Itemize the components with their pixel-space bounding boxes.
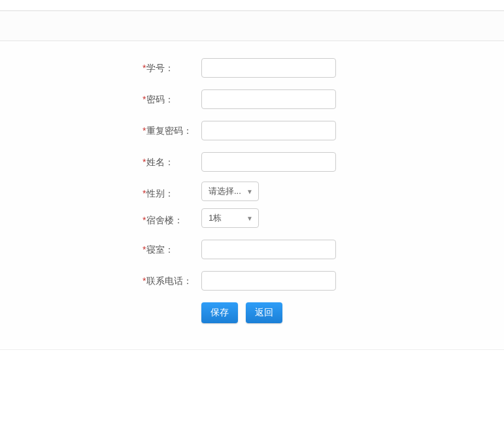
input-student-id[interactable]: [201, 58, 336, 78]
required-asterisk: *: [143, 125, 146, 136]
select-gender[interactable]: 请选择... ▼: [201, 182, 259, 201]
back-button[interactable]: 返回: [246, 302, 282, 323]
chevron-down-icon: ▼: [246, 188, 253, 195]
required-asterisk: *: [143, 244, 146, 255]
label-phone: *联系电话：: [143, 271, 201, 287]
row-name: *姓名：: [0, 152, 504, 172]
form-container: *学号： *密码： *重复密码： *姓名： *性别： 请选择... ▼ *宿舍楼…: [0, 41, 504, 350]
select-dormitory-building-text: 1栋: [209, 212, 222, 224]
row-dorm-room: *寝室：: [0, 240, 504, 259]
chevron-down-icon: ▼: [246, 215, 253, 222]
input-name[interactable]: [201, 152, 336, 172]
row-gender: *性别： 请选择... ▼: [0, 183, 504, 201]
label-password-confirm: *重复密码：: [143, 121, 201, 137]
required-asterisk: *: [143, 276, 146, 286]
label-gender: *性别：: [143, 183, 201, 200]
label-student-id: *学号：: [143, 58, 201, 74]
required-asterisk: *: [143, 63, 146, 73]
save-button[interactable]: 保存: [201, 302, 238, 323]
input-dorm-room[interactable]: [201, 240, 336, 259]
select-gender-text: 请选择...: [209, 185, 241, 197]
label-dorm-room: *寝室：: [143, 240, 201, 256]
toolbar-area: [0, 11, 504, 41]
required-asterisk: *: [143, 94, 146, 104]
input-password-confirm[interactable]: [201, 121, 336, 140]
input-password[interactable]: [201, 89, 336, 109]
required-asterisk: *: [143, 215, 146, 225]
input-phone[interactable]: [201, 271, 336, 291]
label-password: *密码：: [143, 89, 201, 106]
row-dormitory-building: *宿舍楼： 1栋 ▼: [0, 210, 504, 228]
row-student-id: *学号：: [0, 58, 504, 78]
label-name: *姓名：: [143, 152, 201, 168]
label-dormitory-building: *宿舍楼：: [143, 210, 201, 227]
row-password-confirm: *重复密码：: [0, 121, 504, 140]
select-dormitory-building[interactable]: 1栋 ▼: [201, 208, 259, 228]
required-asterisk: *: [143, 157, 146, 167]
row-password: *密码：: [0, 89, 504, 109]
button-row: 保存 返回: [0, 302, 504, 323]
top-border-bar: [0, 0, 504, 11]
required-asterisk: *: [143, 188, 146, 199]
row-phone: *联系电话：: [0, 271, 504, 291]
